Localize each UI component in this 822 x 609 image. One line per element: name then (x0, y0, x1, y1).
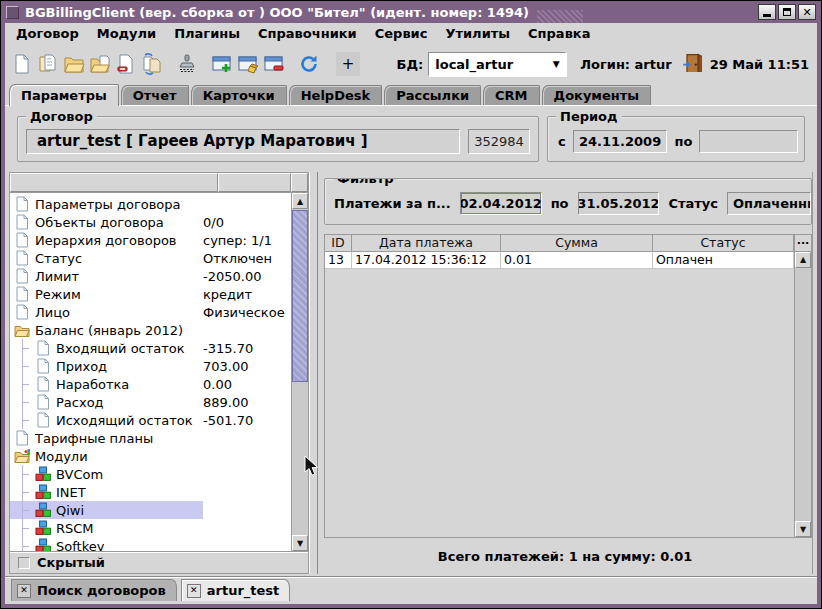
filter-date-to-field[interactable]: 31.05.2012 (578, 192, 660, 215)
scroll-up-icon[interactable]: ▲ (292, 193, 308, 209)
datetime-label: 29 Май 11:51 (710, 57, 809, 72)
tree-item-rscm[interactable]: RSCM (10, 519, 291, 537)
tree-item-softkey[interactable]: Softkey (10, 537, 291, 551)
bottom-tab-label: artur_test (207, 583, 280, 598)
tree-item-value: -501.70 (203, 413, 291, 428)
period-to-field[interactable] (699, 130, 798, 153)
tree-item-expense[interactable]: Расход889.00 (10, 393, 291, 411)
db-select[interactable]: local_artur ▼ (428, 52, 566, 76)
door-icon (682, 52, 702, 72)
contract-id-field[interactable]: 352984 (468, 129, 530, 154)
tree-item-qiwi[interactable]: Qiwi (10, 501, 291, 519)
menu-item-utility[interactable]: Утилиты (436, 26, 519, 41)
tree-item-contract-objects[interactable]: Объекты договора0/0 (10, 213, 291, 231)
panel-splitter[interactable] (309, 172, 318, 574)
column-header-1[interactable]: Дата платежа (352, 235, 501, 251)
document-icon (35, 340, 51, 356)
tree-header-value-column[interactable] (218, 173, 291, 192)
tree-item-modules[interactable]: Модули (10, 447, 291, 465)
new-document-button[interactable] (9, 51, 35, 77)
hidden-checkbox[interactable] (18, 557, 30, 569)
minimize-button[interactable] (758, 4, 776, 20)
document-icon (35, 358, 51, 374)
logout-door-button[interactable] (682, 52, 702, 76)
table-cell: Оплачен (653, 252, 794, 268)
scroll-down-icon[interactable]: ▼ (292, 535, 308, 551)
tree-scrollbar[interactable]: ▲ ▼ (291, 193, 308, 551)
tree-header-name-column[interactable] (10, 173, 218, 192)
tab-otchet[interactable]: Отчет (121, 85, 189, 105)
table-columns-button[interactable]: ... (794, 235, 811, 252)
open-folder-icon (63, 53, 85, 75)
close-button[interactable]: ✕ (798, 4, 816, 20)
period-group-label: Период (556, 109, 622, 124)
tree-item-label: Тарифные планы (35, 431, 153, 446)
tree-item-income[interactable]: Приход703.00 (10, 357, 291, 375)
tree-item-incoming-balance[interactable]: Входящий остаток-315.70 (10, 339, 291, 357)
tab-crm[interactable]: CRM (483, 85, 540, 105)
scroll-down-icon[interactable]: ▼ (795, 521, 811, 537)
refresh-button[interactable] (296, 51, 322, 77)
filter-status-label: Статус (668, 196, 718, 211)
table-row[interactable]: 1317.04.2012 15:36:120.01Оплачен (325, 252, 794, 269)
tree-item-label: BVCom (56, 467, 103, 482)
scroll-up-icon[interactable]: ▲ (795, 252, 811, 268)
add-window-button[interactable] (209, 51, 235, 77)
period-groupbox: Период с 24.11.2009 по (547, 116, 805, 162)
tree-item-bvcom[interactable]: BVCom (10, 465, 291, 483)
column-header-3[interactable]: Статус (653, 235, 794, 251)
tab-rassylki[interactable]: Рассылки (384, 85, 481, 105)
sync-documents-button[interactable] (139, 51, 165, 77)
close-tab-icon[interactable]: ✕ (17, 584, 31, 598)
chevron-down-icon: ▼ (547, 59, 565, 69)
menu-item-moduli[interactable]: Модули (88, 26, 165, 41)
tab-parametry[interactable]: Параметры (9, 84, 119, 106)
table-scrollbar[interactable]: ▲ ▼ (794, 252, 811, 538)
menu-item-spravochniki[interactable]: Справочники (249, 26, 366, 41)
maximize-button[interactable] (778, 4, 796, 20)
remove-window-button[interactable] (261, 51, 287, 77)
stamp-button[interactable] (174, 51, 200, 77)
tree-item-mode[interactable]: Режимкредит (10, 285, 291, 303)
tab-kartochki[interactable]: Карточки (191, 85, 287, 105)
menu-item-servis[interactable]: Сервис (366, 26, 437, 41)
bottom-tab-artur-test[interactable]: ✕artur_test (181, 579, 291, 601)
bottom-tab-search-contracts[interactable]: ✕Поиск договоров (11, 579, 177, 601)
column-header-0[interactable]: ID (325, 235, 352, 251)
contract-title-field[interactable]: artur_test [ Гареев Артур Маратович ] (26, 129, 460, 154)
menu-item-plaginy[interactable]: Плагины (165, 26, 249, 41)
tab-dokumenty[interactable]: Документы (542, 85, 652, 105)
tree-connector (16, 393, 30, 411)
tree-item-inet[interactable]: INET (10, 483, 291, 501)
tree-scrollbar-thumb[interactable] (292, 210, 308, 382)
column-header-2[interactable]: Сумма (501, 235, 653, 251)
period-from-field[interactable]: 24.11.2009 (573, 130, 668, 153)
tab-helpdesk[interactable]: HelpDesk (289, 85, 382, 105)
edit-window-button[interactable] (235, 51, 261, 77)
stamp-icon (176, 53, 198, 75)
add-tab-button[interactable]: + (336, 52, 360, 76)
copy-document-button[interactable] (35, 51, 61, 77)
open-folder-button[interactable] (61, 51, 87, 77)
payments-table: IDДата платежаСуммаСтатус 1317.04.2012 1… (324, 234, 812, 539)
open-contract-folder-button[interactable] (87, 51, 113, 77)
tree-item-limit[interactable]: Лимит-2050.00 (10, 267, 291, 285)
tree-item-status[interactable]: СтатусОтключен (10, 249, 291, 267)
tree-item-person[interactable]: ЛицоФизическое (10, 303, 291, 321)
tree-item-outgoing-balance[interactable]: Исходящий остаток-501.70 (10, 411, 291, 429)
login-label: Логин: artur (580, 57, 671, 72)
menu-item-dogovor[interactable]: Договор (7, 26, 88, 41)
tree-item-accrued[interactable]: Наработка0.00 (10, 375, 291, 393)
remove-document-button[interactable] (113, 51, 139, 77)
filter-date-from-field[interactable]: 02.04.2012 (460, 192, 542, 215)
tree-item-contract-params[interactable]: Параметры договора (10, 195, 291, 213)
tree-item-label: Лицо (35, 305, 70, 320)
add-window-icon (211, 53, 233, 75)
menu-item-spravka[interactable]: Справка (519, 26, 599, 41)
close-tab-icon[interactable]: ✕ (187, 584, 201, 598)
tree-item-contract-hierarchy[interactable]: Иерархия договоровсупер: 1/1 (10, 231, 291, 249)
tree-item-tariff-plans[interactable]: Тарифные планы (10, 429, 291, 447)
tree-item-label: Статус (35, 251, 82, 266)
filter-status-select[interactable]: Оплаченны (727, 192, 811, 215)
tree-item-balance[interactable]: Баланс (январь 2012) (10, 321, 291, 339)
